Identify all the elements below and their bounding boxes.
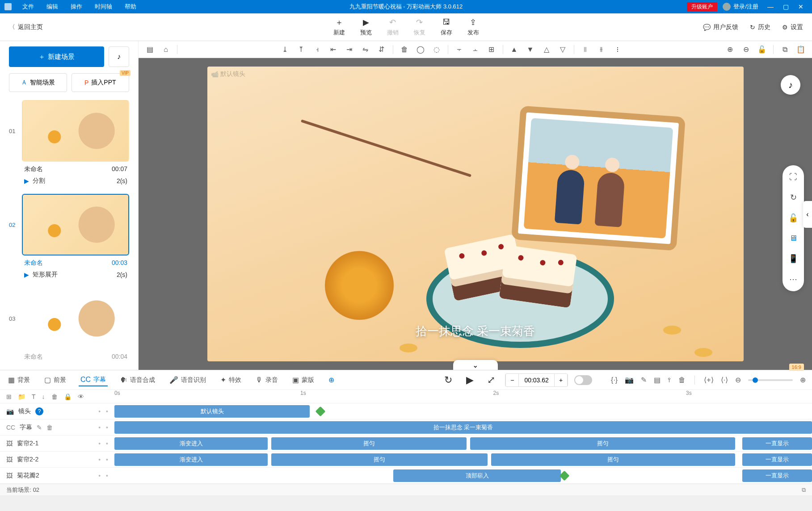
undo-button[interactable]: ↶撤销 (387, 18, 399, 37)
clip[interactable]: 默认镜头 (114, 405, 310, 418)
ungroup-icon[interactable]: ◌ (430, 43, 443, 56)
bring-front-icon[interactable]: ▲ (508, 43, 521, 56)
clip[interactable]: 摇匀 (491, 453, 735, 466)
expand-button[interactable]: ⤢ (484, 373, 499, 388)
clip[interactable]: 顶部崭入 (393, 469, 561, 482)
align-right-icon[interactable]: ⇥ (343, 43, 356, 56)
scene-item-2[interactable]: 02 未命名00:03 ▶矩形展开2(s) (9, 194, 129, 282)
text-icon[interactable]: T (32, 393, 36, 400)
dot-icon[interactable]: • (106, 472, 108, 479)
zoom-slider[interactable] (748, 379, 793, 381)
flip-h-icon[interactable]: ⇋ (359, 43, 372, 56)
snap-toggle[interactable] (574, 375, 592, 385)
back-button[interactable]: 〈 返回主页 (9, 23, 43, 31)
tab-effects[interactable]: ✦特效 (219, 374, 243, 386)
keyframe[interactable] (315, 406, 325, 417)
copy-icon[interactable]: ⧉ (778, 43, 791, 56)
time-decrease[interactable]: − (505, 374, 519, 386)
fullscreen-icon[interactable]: ⛶ (789, 172, 797, 182)
dot-icon[interactable]: • (98, 456, 101, 463)
clip[interactable]: 拾一抹思念 采一束菊香 (114, 421, 812, 434)
spacing-icon[interactable]: ⫴ (579, 43, 592, 56)
dot-icon[interactable]: • (106, 408, 108, 415)
forward-icon[interactable]: △ (540, 43, 553, 56)
insert-ppt-button[interactable]: P插入PPTVIP (72, 73, 130, 92)
backward-icon[interactable]: ▽ (556, 43, 569, 56)
menu-action[interactable]: 操作 (64, 3, 88, 11)
scene-item-1[interactable]: 01 未命名00:07 ▶分割2(s) (9, 100, 129, 188)
unlock-icon[interactable]: 🔓 (788, 213, 798, 223)
clip[interactable]: 渐变进入 (114, 453, 268, 466)
clip[interactable]: 摇匀 (470, 437, 735, 450)
tab-background[interactable]: ▦背景 (6, 374, 32, 386)
new-button[interactable]: ＋新建 (333, 18, 345, 37)
align-top-icon[interactable]: ⤒ (295, 43, 308, 56)
play-button[interactable]: ▶ (462, 373, 477, 388)
trash-icon[interactable]: 🗑 (51, 393, 58, 400)
redo-button[interactable]: ↷恢复 (414, 18, 425, 37)
mobile-icon[interactable]: 📱 (788, 254, 798, 264)
tab-tts[interactable]: 🗣语音合成 (118, 374, 157, 386)
time-increase[interactable]: + (554, 374, 568, 386)
flip-v-icon[interactable]: ⇵ (375, 43, 388, 56)
filter-icon[interactable]: ⫯ (668, 376, 671, 384)
scene-item-3[interactable]: 03 未命名00:04 (9, 288, 129, 363)
dot-icon[interactable]: • (106, 440, 108, 447)
scene-thumbnail[interactable] (22, 100, 129, 162)
lock-icon[interactable]: 🔒 (64, 393, 72, 400)
menu-timeline[interactable]: 时间轴 (88, 3, 118, 11)
smart-scene-button[interactable]: Ａ智能场景 (9, 73, 67, 92)
settings-button[interactable]: ⚙设置 (782, 23, 803, 31)
spacing3-icon[interactable]: ⫶ (611, 43, 624, 56)
dot-icon[interactable]: • (98, 440, 101, 447)
timeline-ruler[interactable]: 0s 1s 2s 3s (114, 390, 803, 403)
maximize-button[interactable]: ▢ (779, 3, 792, 10)
clip[interactable]: 一直显示 (742, 469, 812, 482)
menu-help[interactable]: 帮助 (118, 3, 143, 11)
spacing2-icon[interactable]: ⫵ (595, 43, 608, 56)
align-bottom-icon[interactable]: ⤓ (278, 43, 292, 56)
tab-foreground[interactable]: ▢前景 (42, 374, 68, 386)
clip[interactable]: 一直显示 (742, 453, 812, 466)
loop-button[interactable]: ↻ (441, 373, 456, 388)
tab-subtitle[interactable]: CC字幕 (79, 374, 108, 386)
publish-button[interactable]: ⇪发布 (467, 18, 479, 37)
new-scene-button[interactable]: ＋新建场景 (9, 46, 104, 67)
menu-file[interactable]: 文件 (16, 3, 40, 11)
zoom-in-icon[interactable]: ⊕ (800, 376, 806, 384)
desktop-icon[interactable]: 🖥 (789, 234, 797, 243)
tab-asr[interactable]: 🎤语音识别 (168, 374, 208, 386)
dot-icon[interactable]: • (98, 408, 101, 415)
tab-mask[interactable]: ▣蒙版 (290, 374, 316, 386)
eye-icon[interactable]: 👁 (78, 393, 84, 400)
aspect-ratio-badge[interactable]: 16:9 (789, 364, 804, 371)
copy-icon[interactable]: ⧉ (802, 486, 806, 494)
close-button[interactable]: ✕ (794, 3, 808, 10)
distribute-v-icon[interactable]: ⫠ (469, 43, 482, 56)
home-icon[interactable]: ⌂ (159, 43, 172, 56)
upgrade-button[interactable]: 升级账户 (687, 2, 717, 12)
trash-icon[interactable]: 🗑 (398, 43, 411, 56)
zoom-in-icon[interactable]: ⊕ (723, 43, 736, 56)
group-icon[interactable]: ◯ (414, 43, 427, 56)
send-back-icon[interactable]: ▼ (524, 43, 537, 56)
feedback-button[interactable]: 💬用户反馈 (703, 23, 738, 31)
zoom-out-icon[interactable]: ⊖ (739, 43, 753, 56)
canvas-stage[interactable]: 📹默认镜头 拾一抹思念 采一束菊香 (207, 67, 744, 361)
trash-icon[interactable]: 🗑 (678, 376, 686, 384)
clip[interactable]: 渐变进入 (114, 437, 268, 450)
camera-icon[interactable]: 📷 (625, 376, 634, 384)
expand-right-panel[interactable]: ‹ (803, 201, 812, 228)
layers-icon[interactable]: ▤ (654, 376, 661, 384)
clip[interactable]: 摇匀 (271, 437, 467, 450)
distribute-h-icon[interactable]: ⫟ (453, 43, 466, 56)
align-left-icon[interactable]: ⇤ (327, 43, 340, 56)
scene-thumbnail[interactable] (22, 194, 129, 256)
collapse-canvas[interactable]: ⌄ (453, 360, 498, 370)
play-icon[interactable]: ▶ (24, 271, 29, 278)
down-icon[interactable]: ↓ (42, 393, 45, 400)
trash-icon[interactable]: 🗑 (46, 424, 53, 431)
align-center-icon[interactable]: ⊞ (485, 43, 498, 56)
lock-icon[interactable]: 🔓 (755, 43, 769, 56)
music-fab[interactable]: ♪ (781, 75, 800, 95)
